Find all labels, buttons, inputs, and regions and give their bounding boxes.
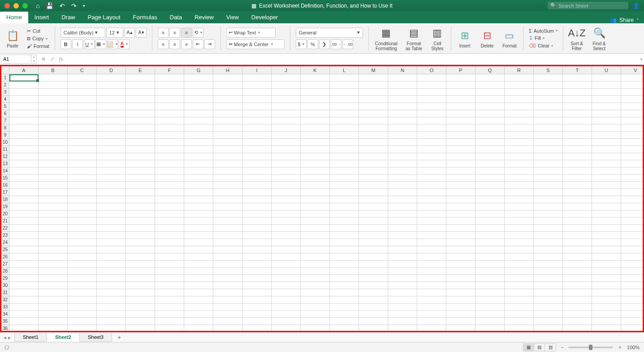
- cell-H4[interactable]: [213, 96, 242, 103]
- cell-N4[interactable]: [388, 96, 417, 103]
- cell-C17[interactable]: [68, 189, 97, 196]
- paste-button[interactable]: 📋 Paste: [3, 27, 22, 49]
- cell-V31[interactable]: [621, 289, 644, 296]
- cell-N33[interactable]: [388, 304, 417, 311]
- cell-F18[interactable]: [155, 196, 184, 203]
- expand-formula-bar-icon[interactable]: ▾: [640, 57, 642, 61]
- cell-F17[interactable]: [155, 189, 184, 196]
- cell-D30[interactable]: [97, 282, 126, 289]
- cell-B7[interactable]: [39, 117, 68, 124]
- column-header-L[interactable]: L: [330, 66, 359, 74]
- cell-M25[interactable]: [359, 246, 388, 253]
- cell-U7[interactable]: [592, 117, 621, 124]
- cell-H18[interactable]: [213, 196, 242, 203]
- cell-D4[interactable]: [97, 96, 126, 103]
- cell-A23[interactable]: [9, 232, 39, 239]
- cell-B8[interactable]: [39, 124, 68, 132]
- align-right-button[interactable]: ≡: [181, 39, 192, 49]
- cell-O14[interactable]: [417, 167, 446, 175]
- cell-O31[interactable]: [417, 289, 446, 296]
- cell-I22[interactable]: [242, 225, 272, 232]
- cell-V9[interactable]: [621, 132, 644, 139]
- cell-D16[interactable]: [97, 182, 126, 189]
- cut-button[interactable]: ✂︎Cut: [27, 28, 49, 34]
- insert-cells-button[interactable]: ⊞Insert: [455, 27, 475, 49]
- cells-area[interactable]: [9, 74, 643, 331]
- cell-E26[interactable]: [126, 253, 155, 261]
- formula-input[interactable]: [68, 55, 644, 64]
- cell-L3[interactable]: [330, 89, 359, 96]
- cell-S18[interactable]: [534, 196, 563, 203]
- cell-J8[interactable]: [272, 124, 301, 132]
- cell-C26[interactable]: [68, 253, 97, 261]
- name-box[interactable]: A1 ▴▾: [1, 55, 37, 64]
- cell-Q19[interactable]: [475, 203, 505, 210]
- cell-U8[interactable]: [592, 124, 621, 132]
- cell-V16[interactable]: [621, 182, 644, 189]
- cell-D20[interactable]: [97, 210, 126, 218]
- cell-G1[interactable]: [184, 74, 213, 81]
- cell-O35[interactable]: [417, 318, 446, 325]
- cell-I13[interactable]: [242, 160, 272, 167]
- cell-R20[interactable]: [505, 210, 534, 218]
- cell-D15[interactable]: [97, 175, 126, 182]
- cell-V3[interactable]: [621, 89, 644, 96]
- format-cells-button[interactable]: ▭Format: [500, 27, 519, 49]
- cell-T5[interactable]: [563, 103, 592, 110]
- cell-A36[interactable]: [9, 325, 39, 332]
- cell-H24[interactable]: [213, 239, 242, 246]
- cell-S14[interactable]: [534, 167, 563, 175]
- tab-draw[interactable]: Draw: [55, 12, 81, 23]
- tab-page-layout[interactable]: Page Layout: [82, 12, 127, 23]
- cell-O27[interactable]: [417, 261, 446, 268]
- cell-F1[interactable]: [155, 74, 184, 81]
- align-bottom-button[interactable]: ≡: [181, 28, 192, 38]
- cell-P31[interactable]: [446, 289, 475, 296]
- cell-A6[interactable]: [9, 110, 39, 117]
- column-header-K[interactable]: K: [301, 66, 330, 74]
- cell-H29[interactable]: [213, 275, 242, 282]
- cell-O13[interactable]: [417, 160, 446, 167]
- cell-J18[interactable]: [272, 196, 301, 203]
- cell-F7[interactable]: [155, 117, 184, 124]
- cell-O1[interactable]: [417, 74, 446, 81]
- column-header-F[interactable]: F: [155, 66, 184, 74]
- cell-Q28[interactable]: [475, 268, 505, 275]
- cell-K27[interactable]: [301, 261, 330, 268]
- cell-C4[interactable]: [68, 96, 97, 103]
- cell-J4[interactable]: [272, 96, 301, 103]
- cell-V4[interactable]: [621, 96, 644, 103]
- cell-B9[interactable]: [39, 132, 68, 139]
- cell-L36[interactable]: [330, 325, 359, 332]
- row-header-11[interactable]: 11: [1, 146, 9, 153]
- cell-R8[interactable]: [505, 124, 534, 132]
- cell-Q26[interactable]: [475, 253, 505, 261]
- cell-D5[interactable]: [97, 103, 126, 110]
- cell-M24[interactable]: [359, 239, 388, 246]
- cell-K36[interactable]: [301, 325, 330, 332]
- select-all-corner[interactable]: [1, 66, 9, 74]
- zoom-slider[interactable]: [568, 346, 613, 348]
- cell-T24[interactable]: [563, 239, 592, 246]
- cell-U13[interactable]: [592, 160, 621, 167]
- cell-A17[interactable]: [9, 189, 39, 196]
- cell-B1[interactable]: [39, 74, 68, 81]
- cell-R34[interactable]: [505, 311, 534, 318]
- cell-K8[interactable]: [301, 124, 330, 132]
- tab-data[interactable]: Data: [164, 12, 188, 23]
- cell-G31[interactable]: [184, 289, 213, 296]
- cell-I8[interactable]: [242, 124, 272, 132]
- cell-I3[interactable]: [242, 89, 272, 96]
- cell-L28[interactable]: [330, 268, 359, 275]
- cell-I35[interactable]: [242, 318, 272, 325]
- decrease-decimal-button[interactable]: ←.00: [342, 39, 353, 49]
- row-header-24[interactable]: 24: [1, 239, 9, 246]
- cell-T19[interactable]: [563, 203, 592, 210]
- cell-I25[interactable]: [242, 246, 272, 253]
- cell-S20[interactable]: [534, 210, 563, 218]
- cell-L20[interactable]: [330, 210, 359, 218]
- cell-Q33[interactable]: [475, 304, 505, 311]
- cell-V29[interactable]: [621, 275, 644, 282]
- cell-J15[interactable]: [272, 175, 301, 182]
- cell-L27[interactable]: [330, 261, 359, 268]
